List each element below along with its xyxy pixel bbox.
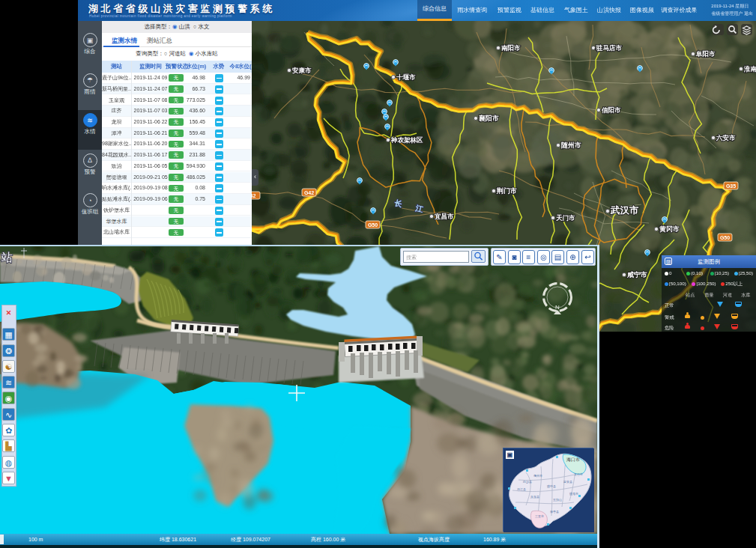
svg-text:神农架林区: 神农架林区 <box>390 136 423 144</box>
svg-text:随州市: 随州市 <box>561 141 581 149</box>
svg-text:乐东县: 乐东县 <box>530 495 539 499</box>
svg-text:驻马店市: 驻马店市 <box>596 44 623 52</box>
svg-text:定安县: 定安县 <box>563 480 572 484</box>
svg-text:海口市: 海口市 <box>566 457 580 463</box>
svg-text:咸宁市: 咸宁市 <box>626 271 647 278</box>
svg-text:琼海市: 琼海市 <box>569 492 578 496</box>
svg-text:N: N <box>555 304 560 311</box>
svg-text:站: 站 <box>1 251 13 264</box>
svg-text:三亚市: 三亚市 <box>535 514 544 518</box>
svg-text:宜昌市: 宜昌市 <box>435 213 454 220</box>
svg-text:淮南: 淮南 <box>743 65 756 73</box>
svg-text:昌江县: 昌江县 <box>517 487 526 491</box>
svg-text:安康市: 安康市 <box>291 67 312 74</box>
svg-text:武汉市: 武汉市 <box>610 205 639 216</box>
svg-text:南阳市: 南阳市 <box>501 44 521 52</box>
svg-text:五指山: 五指山 <box>553 498 562 502</box>
svg-text:荆门市: 荆门市 <box>496 187 517 195</box>
svg-text:G50: G50 <box>720 235 730 240</box>
svg-text:天门市: 天门市 <box>555 214 575 222</box>
svg-text:信阳市: 信阳市 <box>601 106 621 114</box>
svg-text:保亭县: 保亭县 <box>550 510 559 514</box>
svg-text:42: 42 <box>252 193 255 198</box>
svg-text:襄阳市: 襄阳市 <box>478 115 499 122</box>
svg-text:文昌市: 文昌市 <box>574 472 583 476</box>
svg-text:G35: G35 <box>726 183 736 189</box>
svg-text:十堰市: 十堰市 <box>396 73 416 81</box>
svg-text:G42: G42 <box>304 190 314 195</box>
svg-text:儋州市: 儋州市 <box>533 474 542 478</box>
svg-text:琼中县: 琼中县 <box>547 484 556 488</box>
svg-text:黄冈市: 黄冈市 <box>659 225 680 233</box>
svg-text:六安市: 六安市 <box>716 134 736 141</box>
svg-text:G50: G50 <box>368 222 378 228</box>
svg-text:阜阳市: 阜阳市 <box>695 50 716 58</box>
